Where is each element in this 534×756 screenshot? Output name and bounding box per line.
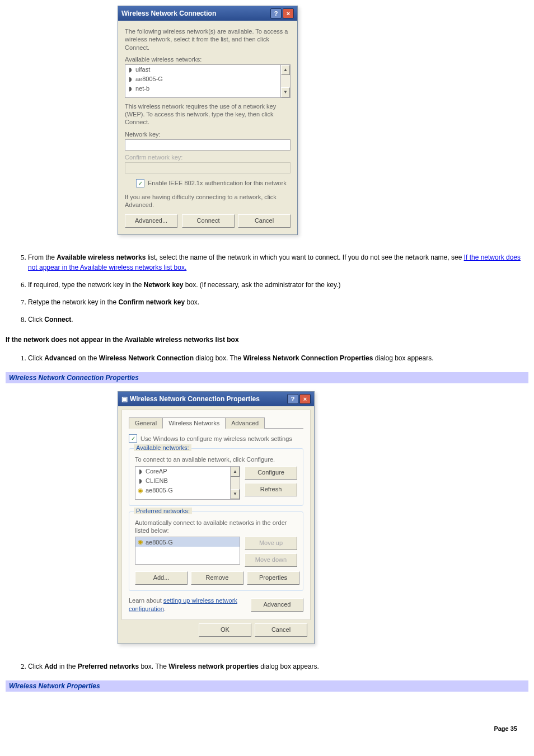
refresh-button[interactable]: Refresh	[245, 483, 297, 496]
steps-list-3: Click Add in the Preferred networks box.…	[6, 661, 528, 672]
scroll-down-icon[interactable]: ▼	[281, 87, 290, 97]
advanced-button[interactable]: Advanced...	[125, 214, 177, 228]
scrollbar[interactable]: ▲ ▼	[230, 467, 240, 499]
scroll-down-icon[interactable]: ▼	[231, 489, 240, 499]
subheading-missing-network: If the network does not appear in the Av…	[6, 336, 528, 344]
wireless-properties-dialog: ▣ Wireless Network Connection Properties…	[118, 391, 315, 644]
preferred-networks-list[interactable]: ◉ae8005-G	[135, 537, 240, 565]
step-7: Retype the network key in the Confirm ne…	[28, 297, 528, 307]
properties-button[interactable]: Properties	[247, 571, 299, 585]
list-item[interactable]: ◉ae8005-G	[135, 537, 240, 547]
cancel-button-2[interactable]: Cancel	[255, 623, 307, 637]
signal-icon: ◗	[128, 66, 133, 73]
group-title: Preferred networks:	[134, 508, 192, 514]
steps-list-1: From the Available wireless networks lis…	[6, 252, 528, 325]
list-item[interactable]: ◉ae8005-G	[135, 486, 240, 495]
step-6: If required, type the network key in the…	[28, 279, 528, 290]
remove-button[interactable]: Remove	[191, 571, 243, 585]
move-up-button: Move up	[245, 537, 297, 550]
tab-advanced[interactable]: Advanced	[225, 417, 265, 429]
wep-text: This wireless network requires the use o…	[125, 102, 291, 126]
scrollbar[interactable]: ▲ ▼	[280, 65, 290, 97]
list-item[interactable]: ◗CoreAP	[135, 467, 240, 476]
cancel-button[interactable]: Cancel	[238, 214, 291, 228]
signal-icon: ◗	[138, 468, 143, 475]
add-button[interactable]: Add...	[135, 571, 188, 585]
preferred-networks-group: Preferred networks: Automatically connec…	[129, 511, 303, 591]
heading-properties: Wireless Network Connection Properties	[6, 372, 528, 383]
signal-icon: ◗	[128, 85, 133, 92]
available-networks-list-2[interactable]: ◗CoreAP ◗CLIENB ◉ae8005-G ▲ ▼	[135, 466, 240, 500]
dialog2-title: Wireless Network Connection Properties	[130, 395, 260, 403]
available-networks-label: Available wireless networks:	[125, 56, 291, 63]
configure-button[interactable]: Configure	[245, 466, 297, 480]
ok-button[interactable]: OK	[199, 623, 251, 637]
move-down-button: Move down	[245, 553, 297, 567]
confirm-key-label: Confirm network key:	[125, 154, 291, 161]
preferred-desc: Automatically connect to available netwo…	[135, 519, 297, 535]
tab-general[interactable]: General	[129, 417, 163, 429]
list-item[interactable]: ◗uifast	[125, 65, 290, 74]
network-key-label: Network key:	[125, 131, 291, 138]
network-icon: ▣	[121, 395, 128, 403]
difficulty-text: If you are having difficulty connecting …	[125, 193, 291, 209]
page-number: Page 35	[6, 725, 528, 732]
tab-wireless-networks[interactable]: Wireless Networks	[162, 417, 226, 429]
dialog2-titlebar: ▣ Wireless Network Connection Properties…	[118, 392, 314, 406]
close-icon[interactable]: ×	[283, 8, 294, 18]
dialog1-titlebar: Wireless Network Connection ? ×	[118, 6, 297, 21]
dialog1-title: Wireless Network Connection	[121, 10, 216, 17]
tabs: General Wireless Networks Advanced	[129, 417, 303, 429]
steps-list-2: Click Advanced on the Wireless Network C…	[6, 353, 528, 363]
scroll-up-icon[interactable]: ▲	[231, 467, 240, 477]
help-icon[interactable]: ?	[270, 8, 282, 18]
group-title: Available networks:	[134, 444, 191, 451]
signal-icon: ◗	[138, 477, 143, 485]
wireless-connection-dialog: Wireless Network Connection ? × The foll…	[118, 6, 298, 235]
step-advanced-1: Click Advanced on the Wireless Network C…	[28, 353, 528, 363]
list-item[interactable]: ◗CLIENB	[135, 476, 240, 486]
learn-about-text: Learn about setting up wireless network …	[129, 597, 246, 613]
dialog1-intro: The following wireless network(s) are av…	[125, 27, 291, 51]
checkbox-icon[interactable]: ✓	[129, 434, 137, 443]
scroll-up-icon[interactable]: ▲	[281, 65, 290, 75]
step-5: From the Available wireless networks lis…	[28, 252, 528, 273]
available-desc: To connect to an available network, clic…	[135, 456, 297, 463]
step-8: Click Connect.	[28, 314, 528, 325]
heading-network-properties: Wireless Network Properties	[6, 680, 528, 692]
wep-signal-icon: ◉	[138, 487, 143, 494]
enable-8021x-checkbox[interactable]: ✓ Enable IEEE 802.1x authentication for …	[136, 179, 291, 187]
step-add-2: Click Add in the Preferred networks box.…	[28, 661, 528, 672]
checkbox-icon[interactable]: ✓	[136, 179, 144, 187]
connect-button[interactable]: Connect	[182, 214, 235, 228]
network-key-input[interactable]	[125, 139, 291, 151]
list-item[interactable]: ◗net-b	[125, 84, 290, 93]
wep-signal-icon: ◉	[138, 538, 143, 546]
list-item[interactable]: ◗ae8005-G	[125, 74, 290, 84]
close-icon[interactable]: ×	[299, 394, 311, 404]
available-networks-group: Available networks: To connect to an ava…	[129, 448, 303, 505]
signal-icon: ◗	[128, 76, 133, 83]
use-windows-checkbox[interactable]: ✓ Use Windows to configure my wireless n…	[129, 434, 303, 443]
help-icon[interactable]: ?	[287, 394, 298, 404]
available-networks-list[interactable]: ◗uifast ◗ae8005-G ◗net-b ▲ ▼	[125, 64, 291, 98]
advanced-button-2[interactable]: Advanced	[251, 598, 303, 612]
confirm-key-input	[125, 162, 291, 173]
